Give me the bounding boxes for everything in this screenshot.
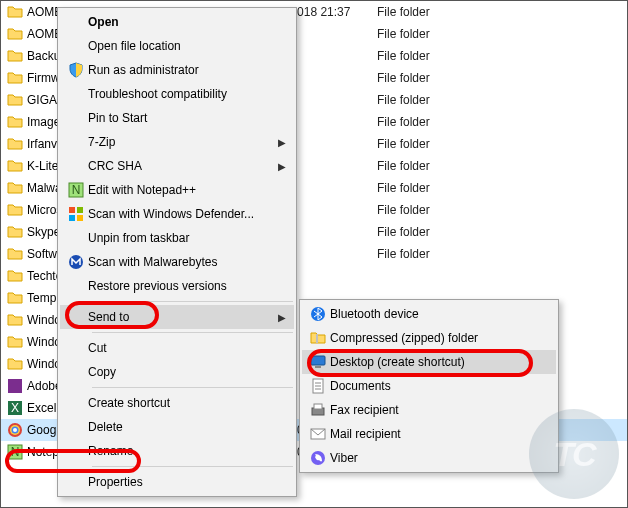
file-type: File folder	[377, 49, 477, 63]
file-type: File folder	[377, 137, 477, 151]
folder-icon	[7, 290, 23, 306]
file-type: File folder	[377, 5, 477, 19]
folder-icon	[7, 26, 23, 42]
folder-icon	[7, 158, 23, 174]
menu-item[interactable]: Pin to Start	[60, 106, 294, 130]
viber-icon	[306, 450, 330, 466]
menu-item[interactable]: Restore previous versions	[60, 274, 294, 298]
menu-item[interactable]: Properties	[60, 470, 294, 494]
menu-item-label: Restore previous versions	[88, 279, 268, 293]
menu-item-label: Rename	[88, 444, 268, 458]
menu-item[interactable]: Open	[60, 10, 294, 34]
file-type: File folder	[377, 247, 477, 261]
menu-separator	[92, 387, 293, 388]
menu-item[interactable]: Open file location	[60, 34, 294, 58]
app-green-icon: X	[7, 400, 23, 416]
menu-item-label: Cut	[88, 341, 268, 355]
menu-item[interactable]: Scan with Windows Defender...	[60, 202, 294, 226]
menu-separator	[92, 301, 293, 302]
menu-item[interactable]: Run as administrator	[60, 58, 294, 82]
menu-item[interactable]: Desktop (create shortcut)	[302, 350, 556, 374]
menu-item[interactable]: Fax recipient	[302, 398, 556, 422]
svg-rect-12	[77, 207, 83, 213]
menu-separator	[92, 332, 293, 333]
menu-item[interactable]: 7-Zip▶	[60, 130, 294, 154]
menu-item-label: Fax recipient	[330, 403, 530, 417]
menu-item-label: Open file location	[88, 39, 268, 53]
menu-item-label: Properties	[88, 475, 268, 489]
menu-item[interactable]: Mail recipient	[302, 422, 556, 446]
menu-item-label: Create shortcut	[88, 396, 268, 410]
submenu-arrow-icon: ▶	[278, 161, 286, 172]
menu-item-label: Edit with Notepad++	[88, 183, 268, 197]
menu-item-label: Pin to Start	[88, 111, 268, 125]
folder-icon	[7, 246, 23, 262]
menu-item-label: Copy	[88, 365, 268, 379]
menu-item-label: 7-Zip	[88, 135, 268, 149]
file-type: File folder	[377, 71, 477, 85]
watermark: TC	[553, 435, 594, 474]
menu-item-label: Unpin from taskbar	[88, 231, 268, 245]
menu-item[interactable]: Create shortcut	[60, 391, 294, 415]
svg-rect-18	[311, 356, 325, 365]
folder-icon	[7, 4, 23, 20]
menu-item-label: Send to	[88, 310, 268, 324]
menu-item[interactable]: Viber	[302, 446, 556, 470]
menu-item[interactable]: Cut	[60, 336, 294, 360]
menu-item[interactable]: Bluetooth device	[302, 302, 556, 326]
submenu-arrow-icon: ▶	[278, 312, 286, 323]
menu-item[interactable]: CRC SHA▶	[60, 154, 294, 178]
app-chrome-icon	[7, 422, 23, 438]
menu-item[interactable]: Documents	[302, 374, 556, 398]
zip-icon	[306, 330, 330, 346]
folder-icon	[7, 202, 23, 218]
menu-item[interactable]: NEdit with Notepad++	[60, 178, 294, 202]
submenu-arrow-icon: ▶	[278, 137, 286, 148]
folder-icon	[7, 356, 23, 372]
file-type: File folder	[377, 181, 477, 195]
shield-icon	[64, 62, 88, 78]
menu-item-label: Mail recipient	[330, 427, 530, 441]
svg-point-6	[13, 428, 17, 432]
mail-icon	[306, 426, 330, 442]
menu-item-label: Bluetooth device	[330, 307, 530, 321]
defender-icon	[64, 206, 88, 222]
menu-item[interactable]: Send to▶	[60, 305, 294, 329]
folder-icon	[7, 180, 23, 196]
menu-item-label: Delete	[88, 420, 268, 434]
folder-icon	[7, 70, 23, 86]
menu-item-label: Scan with Windows Defender...	[88, 207, 268, 221]
folder-icon	[7, 92, 23, 108]
file-type: File folder	[377, 159, 477, 173]
folder-icon	[7, 312, 23, 328]
svg-text:N: N	[72, 183, 81, 197]
menu-item-label: Run as administrator	[88, 63, 268, 77]
file-type: File folder	[377, 115, 477, 129]
desk-icon	[306, 354, 330, 370]
menu-item[interactable]: Troubleshoot compatibility	[60, 82, 294, 106]
svg-rect-19	[315, 366, 321, 368]
bt-icon	[306, 306, 330, 322]
svg-rect-22	[314, 404, 322, 409]
menu-item[interactable]: Scan with Malwarebytes	[60, 250, 294, 274]
menu-item[interactable]: Rename	[60, 439, 294, 463]
svg-rect-13	[69, 215, 75, 221]
svg-rect-11	[69, 207, 75, 213]
svg-text:N: N	[11, 445, 20, 459]
menu-item[interactable]: Unpin from taskbar	[60, 226, 294, 250]
menu-item-label: Compressed (zipped) folder	[330, 331, 530, 345]
app-purple-icon	[7, 378, 23, 394]
menu-item-label: Scan with Malwarebytes	[88, 255, 268, 269]
folder-icon	[7, 268, 23, 284]
menu-item[interactable]: Delete	[60, 415, 294, 439]
file-type: File folder	[377, 225, 477, 239]
npp-icon: N	[64, 182, 88, 198]
menu-item[interactable]: Compressed (zipped) folder	[302, 326, 556, 350]
file-type: File folder	[377, 203, 477, 217]
menu-separator	[92, 466, 293, 467]
menu-item-label: Desktop (create shortcut)	[330, 355, 530, 369]
menu-item-label: CRC SHA	[88, 159, 268, 173]
svg-rect-0	[8, 379, 22, 393]
menu-item[interactable]: Copy	[60, 360, 294, 384]
menu-item-label: Open	[88, 15, 268, 29]
